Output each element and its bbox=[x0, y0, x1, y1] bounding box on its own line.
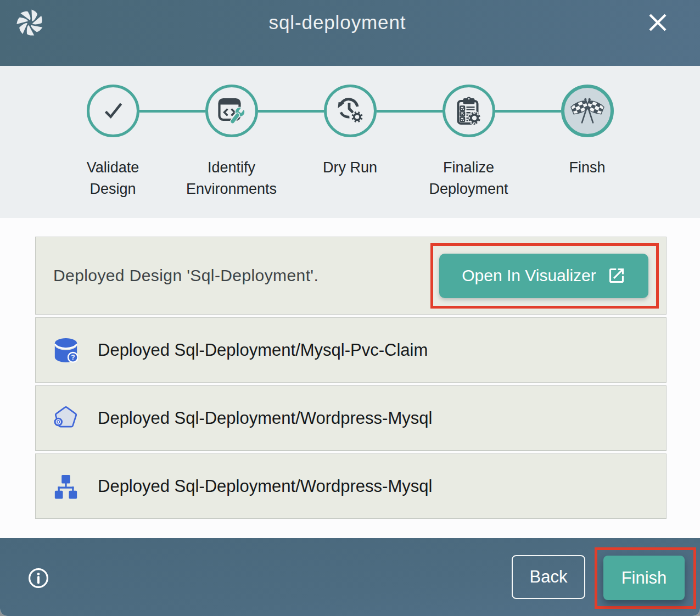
step-circle-finalize-deployment bbox=[443, 85, 495, 137]
step-label: Finalize Deployment bbox=[419, 157, 519, 200]
step-label: Validate Design bbox=[63, 157, 163, 200]
hierarchy-icon bbox=[54, 473, 78, 500]
annotation-box-finish: Finish bbox=[595, 547, 696, 609]
checkered-flags-icon bbox=[570, 96, 605, 126]
svg-text:?: ? bbox=[71, 354, 75, 361]
step-circle-validate-design bbox=[87, 85, 139, 137]
step-circle-dry-run bbox=[324, 85, 377, 137]
finish-button[interactable]: Finish bbox=[603, 556, 685, 600]
back-button[interactable]: Back bbox=[512, 555, 585, 599]
step-finalize-deployment: Finalize Deployment bbox=[410, 66, 528, 200]
dialog-title: sql-deployment bbox=[35, 12, 640, 33]
info-icon[interactable] bbox=[28, 568, 49, 589]
sync-clock-gear-icon bbox=[336, 97, 365, 125]
code-window-wrench-icon bbox=[217, 97, 246, 125]
deployment-result-row: Deployed Sql-Deployment/Wordpress-Mysql bbox=[35, 453, 667, 519]
step-finish: Finsh bbox=[528, 66, 647, 200]
dialog-footer: Back Finish bbox=[0, 538, 700, 616]
deployment-dialog: sql-deployment Validate Design bbox=[0, 0, 700, 616]
step-validate-design: Validate Design bbox=[54, 66, 172, 200]
step-circle-finish bbox=[561, 85, 614, 137]
deployment-result-text: Deployed Sql-Deployment/Mysql-Pvc-Claim bbox=[98, 340, 428, 360]
close-icon[interactable] bbox=[648, 13, 668, 32]
step-label: Identify Environments bbox=[182, 157, 282, 200]
clipboard-checklist-gear-icon bbox=[455, 97, 483, 125]
deployment-results: Deployed Design 'Sql-Deployment'. Open I… bbox=[0, 218, 700, 538]
open-in-visualizer-label: Open In Visualizer bbox=[462, 266, 596, 285]
deployment-result-row: ? Deployed Sql-Deployment/Mysql-Pvc-Clai… bbox=[35, 317, 667, 383]
step-connector bbox=[377, 110, 443, 113]
open-in-visualizer-button[interactable]: Open In Visualizer bbox=[439, 254, 648, 298]
deployment-message-row: Deployed Design 'Sql-Deployment'. Open I… bbox=[35, 237, 667, 315]
step-identify-environments: Identify Environments bbox=[172, 66, 291, 200]
step-label: Finsh bbox=[569, 157, 605, 178]
deployment-result-text: Deployed Sql-Deployment/Wordpress-Mysql bbox=[98, 477, 432, 496]
dialog-header: sql-deployment bbox=[0, 0, 700, 66]
step-connector bbox=[139, 110, 205, 113]
step-dry-run: Dry Run bbox=[291, 66, 410, 200]
deployment-result-text: Deployed Sql-Deployment/Wordpress-Mysql bbox=[98, 408, 432, 428]
step-label: Dry Run bbox=[323, 157, 377, 178]
deployment-result-row: Deployed Sql-Deployment/Wordpress-Mysql bbox=[35, 385, 667, 451]
deployment-stepper: Validate Design bbox=[0, 66, 700, 218]
open-in-new-icon bbox=[607, 266, 626, 285]
database-icon: ? bbox=[54, 337, 78, 363]
annotation-box-open-in-visualizer: Open In Visualizer bbox=[430, 243, 659, 309]
step-connector bbox=[258, 110, 324, 113]
deployment-message: Deployed Design 'Sql-Deployment'. bbox=[53, 266, 430, 285]
step-circle-identify-environments bbox=[205, 85, 258, 137]
pentagon-component-icon bbox=[54, 405, 78, 432]
check-icon bbox=[98, 96, 128, 126]
step-connector bbox=[495, 110, 561, 113]
